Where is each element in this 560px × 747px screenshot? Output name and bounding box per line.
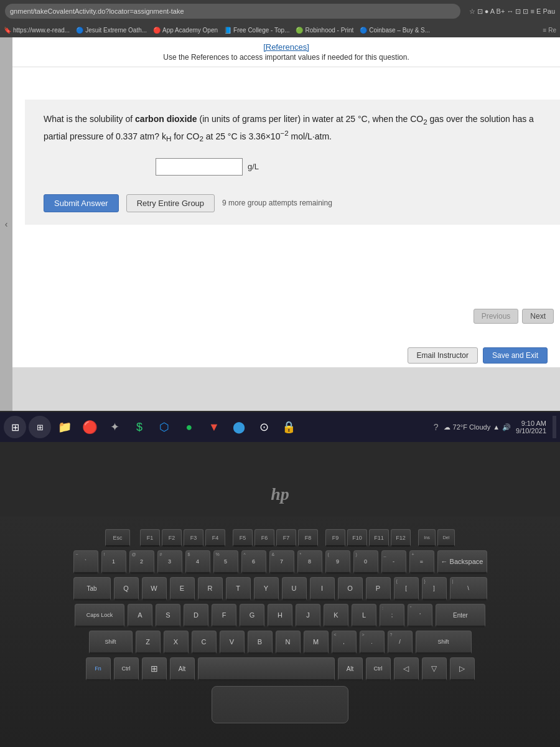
key-x[interactable]: X — [164, 631, 189, 654]
key-t[interactable]: T — [226, 577, 251, 601]
show-desktop-button[interactable] — [553, 416, 556, 438]
key-f11[interactable]: F11 — [369, 529, 389, 547]
key-f1[interactable]: F1 — [140, 529, 160, 547]
key-m[interactable]: M — [304, 631, 329, 654]
key-3[interactable]: #3 — [157, 550, 182, 574]
key-p[interactable]: P — [366, 577, 391, 601]
key-del[interactable]: Del — [437, 529, 455, 547]
taskbar-icon-8[interactable]: ⊙ — [253, 416, 275, 438]
bookmark-jesuit[interactable]: 🔵 Jesuit Extreme Oath... — [76, 27, 147, 34]
key-f2[interactable]: F2 — [162, 529, 182, 547]
answer-input[interactable] — [156, 158, 243, 176]
key-semicolon[interactable]: :; — [380, 604, 404, 627]
key-c[interactable]: C — [192, 631, 217, 654]
key-fn[interactable]: Fn — [86, 657, 111, 681]
url-bar[interactable]: gnment/takeCovalentActivity.do?locator=a… — [5, 4, 460, 19]
key-space[interactable] — [198, 657, 335, 681]
key-f10[interactable]: F10 — [347, 529, 367, 547]
key-ctrl-left[interactable]: Ctrl — [114, 657, 139, 681]
key-u[interactable]: U — [282, 577, 307, 601]
weather-widget[interactable]: ☁ 72°F Cloudy ▲ 🔊 — [444, 423, 511, 431]
key-enter[interactable]: Enter — [436, 604, 485, 627]
key-5[interactable]: %5 — [213, 550, 238, 574]
key-f3[interactable]: F3 — [184, 529, 203, 547]
taskbar-file-explorer[interactable]: 📁 — [54, 416, 76, 438]
key-period[interactable]: >. — [360, 631, 385, 654]
key-f8[interactable]: F8 — [298, 529, 318, 547]
submit-answer-button[interactable]: Submit Answer — [44, 194, 119, 212]
key-windows[interactable]: ⊞ — [142, 657, 167, 681]
left-sidebar-arrow[interactable]: ‹ — [0, 37, 12, 411]
key-shift-left[interactable]: Shift — [89, 631, 133, 654]
key-2[interactable]: @2 — [129, 550, 154, 574]
bookmark-robinhood[interactable]: 🟢 Robinhood - Print — [296, 27, 353, 34]
key-g[interactable]: G — [240, 604, 264, 627]
key-s[interactable]: S — [156, 604, 180, 627]
key-z[interactable]: Z — [136, 631, 161, 654]
key-equals[interactable]: += — [409, 550, 434, 574]
references-link[interactable]: [References] — [17, 42, 555, 52]
key-backslash[interactable]: |\ — [450, 577, 487, 601]
key-6[interactable]: ^6 — [241, 550, 266, 574]
key-e[interactable]: E — [170, 577, 195, 601]
key-7[interactable]: &7 — [269, 550, 294, 574]
key-tilde[interactable]: ~` — [73, 550, 98, 574]
bookmark-appacademy[interactable]: 🔴 App Academy Open — [153, 27, 218, 34]
bookmark-coinbase[interactable]: 🔵 Coinbase – Buy & S... — [360, 27, 430, 34]
taskbar-icon-6[interactable]: ▼ — [203, 416, 225, 438]
key-q[interactable]: Q — [114, 577, 139, 601]
clock[interactable]: 9:10 AM 9/10/2021 — [516, 420, 546, 435]
key-ins[interactable]: Ins — [418, 529, 436, 547]
key-f[interactable]: F — [212, 604, 236, 627]
key-arrow-down[interactable]: ▽ — [422, 657, 447, 681]
notification-area[interactable]: ? — [434, 422, 439, 432]
key-k[interactable]: K — [324, 604, 348, 627]
trackpad[interactable] — [212, 686, 348, 723]
key-esc[interactable]: Esc — [105, 529, 130, 547]
key-4[interactable]: $4 — [185, 550, 210, 574]
taskbar-icon-9[interactable]: 🔒 — [278, 416, 300, 438]
save-and-exit-button[interactable]: Save and Exit — [483, 347, 548, 364]
key-n[interactable]: N — [276, 631, 301, 654]
taskbar-icon-3[interactable]: ✦ — [103, 416, 126, 438]
key-f12[interactable]: F12 — [391, 529, 411, 547]
key-bracket-right[interactable]: }] — [422, 577, 447, 601]
key-minus[interactable]: _- — [381, 550, 406, 574]
key-tab[interactable]: Tab — [73, 577, 111, 601]
key-shift-right[interactable]: Shift — [416, 631, 472, 654]
key-d[interactable]: D — [184, 604, 208, 627]
next-button[interactable]: Next — [522, 309, 554, 324]
key-r[interactable]: R — [198, 577, 223, 601]
taskbar-chrome[interactable]: 🔴 — [78, 416, 101, 438]
key-o[interactable]: O — [338, 577, 363, 601]
key-i[interactable]: I — [310, 577, 335, 601]
bookmark-freecollege[interactable]: 📘 Free College - Top... — [224, 27, 289, 34]
key-arrow-right[interactable]: ▷ — [450, 657, 475, 681]
key-alt-left[interactable]: Alt — [170, 657, 195, 681]
key-v[interactable]: V — [220, 631, 245, 654]
search-button[interactable]: ⊞ — [29, 416, 51, 438]
taskbar-edge[interactable]: ⬡ — [153, 416, 175, 438]
key-f6[interactable]: F6 — [254, 529, 274, 547]
key-h[interactable]: H — [268, 604, 292, 627]
key-caps[interactable]: Caps Lock — [75, 604, 124, 627]
key-quote[interactable]: "' — [408, 604, 432, 627]
key-bracket-left[interactable]: {[ — [394, 577, 419, 601]
key-ctrl-right[interactable]: Ctrl — [366, 657, 391, 681]
email-instructor-button[interactable]: Email Instructor — [408, 347, 478, 364]
key-l[interactable]: L — [352, 604, 376, 627]
start-button[interactable]: ⊞ — [4, 416, 26, 438]
taskbar-icon-7[interactable]: ⬤ — [228, 416, 250, 438]
key-f5[interactable]: F5 — [233, 529, 253, 547]
retry-entire-group-button[interactable]: Retry Entire Group — [126, 194, 215, 212]
key-f4[interactable]: F4 — [205, 529, 225, 547]
key-8[interactable]: *8 — [297, 550, 322, 574]
key-backspace[interactable]: ← Backspace — [437, 550, 487, 574]
key-slash[interactable]: ?/ — [388, 631, 413, 654]
previous-button[interactable]: Previous — [474, 309, 519, 324]
key-alt-right[interactable]: Alt — [338, 657, 363, 681]
key-f7[interactable]: F7 — [276, 529, 296, 547]
key-a[interactable]: A — [128, 604, 152, 627]
key-w[interactable]: W — [142, 577, 167, 601]
key-y[interactable]: Y — [254, 577, 279, 601]
